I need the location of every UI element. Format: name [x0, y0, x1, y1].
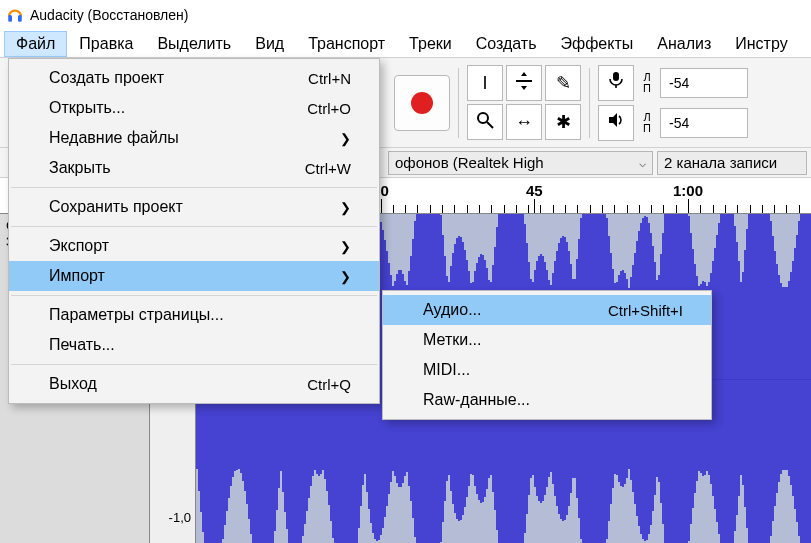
speaker-meter-button[interactable] [598, 105, 634, 141]
menu-item-label: Raw-данные... [423, 391, 530, 409]
menu-item-label: MIDI... [423, 361, 470, 379]
menu-item-label: Аудио... [423, 301, 481, 319]
window-title: Audacity (Восстановлен) [30, 7, 188, 23]
menu-item-label: Импорт [49, 267, 105, 285]
app-icon [6, 6, 24, 24]
svg-line-6 [487, 122, 493, 128]
multi-tool-button[interactable]: ✱ [545, 104, 581, 140]
pencil-icon: ✎ [556, 72, 571, 94]
menu-item-label: Открыть... [49, 99, 125, 117]
menu-select[interactable]: Выделить [145, 31, 243, 57]
speaker-icon [607, 111, 625, 134]
recording-meter[interactable]: -54 [660, 68, 748, 98]
menu-item-export[interactable]: Экспорт ❯ [9, 231, 379, 261]
svg-marker-9 [609, 113, 617, 127]
menu-item-import[interactable]: Импорт ❯ [9, 261, 379, 291]
svg-marker-3 [521, 86, 527, 90]
selection-tool-button[interactable]: I [467, 65, 503, 101]
toolbar-divider [458, 68, 459, 138]
menu-item-label: Метки... [423, 331, 481, 349]
ibeam-icon: I [482, 73, 487, 94]
menu-shortcut: Ctrl+Shift+I [568, 302, 683, 319]
channels-select[interactable]: 2 канала записи [657, 151, 807, 175]
menu-separator [11, 187, 377, 188]
microphone-icon [607, 71, 625, 94]
play-channel-label: Л П [638, 112, 656, 134]
playback-meter[interactable]: -54 [660, 108, 748, 138]
menu-item-save-project[interactable]: Сохранить проект ❯ [9, 192, 379, 222]
record-icon [411, 92, 433, 114]
record-button[interactable] [394, 75, 450, 131]
menu-item-print[interactable]: Печать... [9, 330, 379, 360]
menu-shortcut: Ctrl+O [267, 100, 351, 117]
menu-shortcut: Ctrl+Q [267, 376, 351, 393]
menu-transport[interactable]: Транспорт [296, 31, 397, 57]
draw-tool-button[interactable]: ✎ [545, 65, 581, 101]
menu-separator [11, 226, 377, 227]
edit-tool-grid: I ✎ ↔ ✱ [467, 65, 581, 140]
menu-item-page-setup[interactable]: Параметры страницы... [9, 300, 379, 330]
submenu-arrow-icon: ❯ [300, 269, 351, 284]
menu-item-label: Сохранить проект [49, 198, 183, 216]
menu-analyze[interactable]: Анализ [645, 31, 723, 57]
menu-view[interactable]: Вид [243, 31, 296, 57]
menu-item-label: Недавние файлы [49, 129, 179, 147]
menu-shortcut: Ctrl+W [265, 160, 351, 177]
input-device-select[interactable]: офонов (Realtek High ⌵ [388, 151, 653, 175]
menu-shortcut: Ctrl+N [268, 70, 351, 87]
svg-rect-1 [18, 15, 22, 22]
menu-separator [11, 295, 377, 296]
svg-point-5 [478, 113, 488, 123]
svg-rect-0 [8, 15, 12, 22]
menu-item-label: Параметры страницы... [49, 306, 224, 324]
rec-channel-label: Л П [638, 72, 656, 94]
menu-item-new-project[interactable]: Создать проект Ctrl+N [9, 63, 379, 93]
submenu-arrow-icon: ❯ [300, 239, 351, 254]
menu-item-label: Выход [49, 375, 97, 393]
menu-generate[interactable]: Создать [464, 31, 549, 57]
menu-item-label: Создать проект [49, 69, 164, 87]
menu-separator [11, 364, 377, 365]
rec-meter-value: -54 [669, 75, 689, 91]
menu-item-label: Закрыть [49, 159, 111, 177]
play-meter-value: -54 [669, 115, 689, 131]
envelope-icon [514, 71, 534, 96]
meters: Л П -54 Л П -54 [598, 65, 748, 141]
submenu-arrow-icon: ❯ [300, 131, 351, 146]
magnifier-icon [475, 110, 495, 135]
menu-item-exit[interactable]: Выход Ctrl+Q [9, 369, 379, 399]
zoom-tool-button[interactable] [467, 104, 503, 140]
menu-item-import-raw[interactable]: Raw-данные... [383, 385, 711, 415]
svg-rect-7 [613, 72, 619, 81]
menu-effects[interactable]: Эффекты [549, 31, 646, 57]
timeshift-icon: ↔ [515, 112, 533, 133]
titlebar: Audacity (Восстановлен) [0, 0, 811, 30]
toolbar-divider [589, 68, 590, 138]
menubar: Файл Правка Выделить Вид Транспорт Треки… [0, 30, 811, 58]
menu-item-open[interactable]: Открыть... Ctrl+O [9, 93, 379, 123]
channels-value: 2 канала записи [664, 154, 777, 171]
menu-item-import-labels[interactable]: Метки... [383, 325, 711, 355]
svg-marker-2 [521, 72, 527, 76]
menu-tools[interactable]: Инстру [723, 31, 799, 57]
chevron-down-icon: ⌵ [639, 156, 646, 170]
menu-item-recent[interactable]: Недавние файлы ❯ [9, 123, 379, 153]
input-device-value: офонов (Realtek High [395, 154, 544, 171]
import-submenu: Аудио... Ctrl+Shift+I Метки... MIDI... R… [382, 290, 712, 420]
menu-edit[interactable]: Правка [67, 31, 145, 57]
menu-item-label: Экспорт [49, 237, 109, 255]
file-menu-dropdown: Создать проект Ctrl+N Открыть... Ctrl+O … [8, 58, 380, 404]
mic-meter-button[interactable] [598, 65, 634, 101]
menu-item-import-audio[interactable]: Аудио... Ctrl+Shift+I [383, 295, 711, 325]
menu-item-close[interactable]: Закрыть Ctrl+W [9, 153, 379, 183]
timeshift-tool-button[interactable]: ↔ [506, 104, 542, 140]
menu-tracks[interactable]: Треки [397, 31, 464, 57]
menu-item-label: Печать... [49, 336, 115, 354]
multi-icon: ✱ [556, 111, 571, 133]
submenu-arrow-icon: ❯ [300, 200, 351, 215]
menu-file[interactable]: Файл [4, 31, 67, 57]
menu-item-import-midi[interactable]: MIDI... [383, 355, 711, 385]
timeline-tick-label: 45 [526, 182, 543, 199]
envelope-tool-button[interactable] [506, 65, 542, 101]
timeline-tick-label: 1:00 [673, 182, 703, 199]
